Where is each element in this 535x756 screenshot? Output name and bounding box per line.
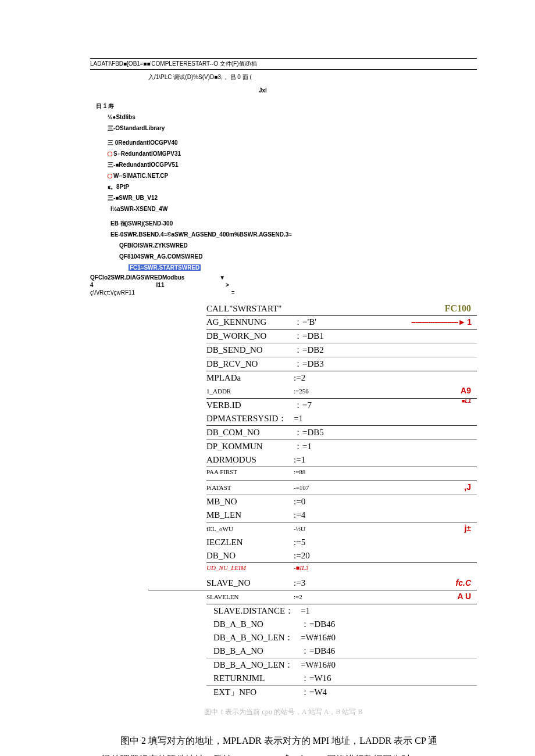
tree-item: W○SIMATIC.NET.CP [90, 170, 477, 181]
code-annotation: j± [343, 522, 477, 535]
code-row: DB_RCV_NO：=DB3 [206, 357, 477, 371]
code-key: RETURNJML [206, 672, 301, 685]
code-row: SLAVE.DISTANCE：=1 [206, 604, 477, 618]
code-value: :=0 [294, 495, 343, 508]
header-line-3: Jxl [90, 87, 477, 94]
code-value: :=1 [294, 453, 343, 467]
code-value: -½U [294, 524, 343, 534]
code-key: DB_SEND_NO [206, 343, 294, 357]
code-value: :=2 [294, 592, 343, 602]
tree-item: 三-■SWR_UB_V12 [90, 192, 477, 203]
horizontal-rule [148, 590, 268, 590]
body-paragraph: 图中 2 填写对方的地址，MPLADR 表示对方的 MPI 地址，LADDR 表… [102, 732, 442, 756]
code-row: DB_A_B_NO：=DB46 [206, 618, 477, 631]
tree-item: 日 1 寿 [90, 101, 477, 112]
code-key: CALL"SWRSTART" [206, 302, 294, 316]
code-key: DB_B_A_NO_LEN： [206, 658, 301, 672]
code-row: AG_KENNUNG：='B'----------------------► 1 [206, 316, 477, 329]
code-value: =1 [294, 412, 343, 425]
code-key: EXT」NFO [206, 686, 301, 699]
code-row: DB_NO:=20 [206, 549, 477, 563]
code-row: 1_ADDR:=256A9■L1 [206, 385, 477, 399]
code-annotation: FC100 [343, 302, 477, 316]
code-row: SLAVE_NO:=3fc.C [206, 576, 477, 590]
footer-cell: 4 [90, 282, 95, 288]
code-key: DB_WORK_NO [206, 329, 294, 343]
tree-footer-row: 4 I11 > [90, 282, 477, 288]
tree-item: l½aSWR-XSEND_4W [90, 203, 477, 214]
tree-item: 三-OStandardLibrary [90, 123, 477, 134]
tree-item: 三 0RedundantIOCGPV40 [90, 137, 477, 148]
code-row: MB_LEN:=4 [206, 508, 477, 522]
red-dot-icon [108, 174, 112, 178]
ocr-text: = [231, 289, 235, 296]
code-key: MB_NO [206, 495, 294, 508]
code-key: MPLADa [206, 371, 294, 385]
header-line-1: LADATI\FBD■[OB1≈■■'COMPLETERESTART--O 文件… [90, 59, 477, 70]
code-value: :=5 [294, 536, 343, 549]
tree-label: S○RedundantIOMGPV31 [113, 151, 181, 157]
code-value: :=3 [294, 576, 343, 590]
code-key: DPMASTERSYSID： [206, 412, 294, 425]
code-row: CALL"SWRSTART"FC100 [206, 302, 477, 316]
footer-cell: > [226, 282, 237, 288]
code-row: iEL_oWU-½Uj± [206, 522, 477, 536]
code-row: RETURNJML：=W16 [206, 672, 477, 686]
code-key: PiATAST [206, 483, 294, 493]
code-value: =W#16#0 [301, 631, 350, 644]
code-row: DB_B_A_NO：=DB46 [206, 644, 477, 658]
tree-item: ½●Stdlibs [90, 112, 477, 123]
code-value: =1 [301, 604, 350, 618]
red-dot-icon [108, 152, 112, 156]
footer-cell: QFClo2SWR.DIAGSWREDModbus [90, 274, 219, 281]
code-row: IECZLEN:=5 [206, 536, 477, 549]
code-annotation: ,J [343, 481, 477, 494]
code-row: DB_A_B_NO_LEN：=W#16#0 [206, 631, 477, 644]
code-value: ：=7 [294, 399, 343, 412]
tree-item: S○RedundantIOMGPV31 [90, 148, 477, 159]
code-value: =W#16#0 [301, 658, 350, 672]
footer-cell: I11 [95, 282, 226, 288]
code-key: DB_NO [206, 549, 294, 562]
dropdown-arrow-icon: ▼ [219, 274, 350, 281]
code-key: DB_RCV_NO [206, 357, 294, 371]
code-row: DB_SEND_NO：=DB2 [206, 343, 477, 357]
code-annotation: A9■L1 [343, 385, 477, 406]
code-key: DB_A_B_NO_LEN： [206, 631, 301, 644]
ocr-fragment: ç\/\/Rςτ:\/çwRF11 = [90, 289, 477, 296]
code-key: DP_KOMMUN [206, 440, 294, 453]
tree-item: EE-0SWR.BSEND.4≈©aSWR_AGSEND_400m%BSWR.A… [90, 229, 477, 240]
code-key: UD_NU_LEIM [206, 563, 294, 573]
code-value: ：=DB2 [294, 343, 343, 357]
tree-item: ɛ。8PtP [90, 181, 477, 192]
code-row: PAA FIRST:=88 [206, 467, 477, 481]
code-value: ：=DB5 [294, 426, 343, 439]
tree-item: 三-■RedundantIOCGPV51 [90, 159, 477, 170]
faint-caption: 图中 1 表示为当前 cpu 的站号，A 站写 A，B 站写 B [90, 707, 477, 717]
code-key: iEL_oWU [206, 524, 294, 534]
code-row: SLAVELEN:=2A U [206, 590, 477, 604]
body-text: 图中 2 填写对方的地址，MPLADR 表示对方的 MPI 地址，LADDR 表… [102, 736, 437, 756]
code-row: UD_NU_LEIM-■IL3 [206, 563, 477, 576]
code-key: ADRMODUS [206, 453, 294, 467]
code-value: :=256 [294, 386, 343, 396]
code-annotation: A U [343, 590, 477, 603]
code-value: ：=W4 [301, 686, 350, 699]
header-line-2: 入/1\PLC 调试(D)%S(V)D■3, 。昌 0 面 ( [90, 73, 477, 81]
code-annotation: fc.C [343, 577, 477, 590]
code-key: 1_ADDR [206, 386, 294, 396]
tree-item: QF8104SWR_AG.COMSWRED [90, 251, 477, 262]
code-value: :=4 [294, 508, 343, 522]
library-tree: 日 1 寿 ½●Stdlibs 三-OStandardLibrary 三 0Re… [90, 101, 477, 273]
code-key: DB_A_B_NO [206, 618, 301, 631]
code-key: IECZLEN [206, 536, 294, 549]
code-key: MB_LEN [206, 508, 294, 522]
code-key: PAA FIRST [206, 467, 294, 477]
tree-footer-row: QFClo2SWR.DIAGSWREDModbus ▼ [90, 274, 477, 281]
code-row: DPMASTERSYSID：=1 [206, 412, 477, 426]
code-key: SLAVELEN [206, 592, 294, 602]
code-value: ：=DB46 [301, 618, 350, 631]
code-value: ：=DB46 [301, 644, 350, 658]
code-row: ADRMODUS:=1 [206, 453, 477, 467]
code-annotation: ----------------------► 1 [343, 316, 477, 329]
